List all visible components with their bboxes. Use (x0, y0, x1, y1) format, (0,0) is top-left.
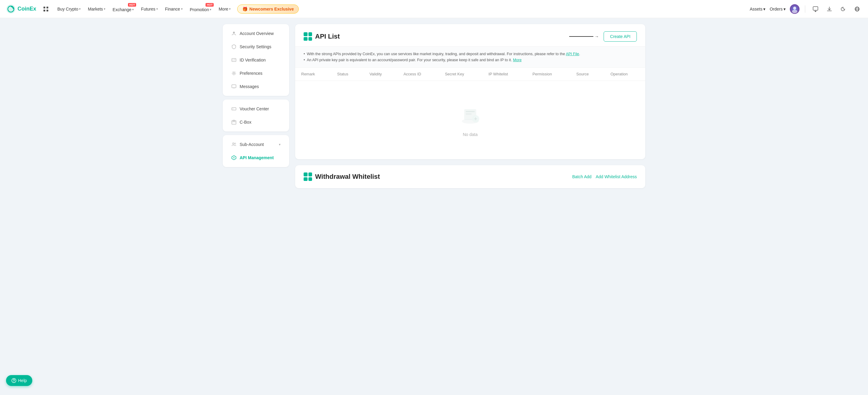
withdrawal-whitelist-header: Withdrawal Whitelist Batch Add Add White… (295, 165, 645, 188)
api-list-info: • With the strong APIs provided by CoinE… (295, 47, 645, 68)
add-whitelist-address-button[interactable]: Add Whitelist Address (596, 174, 637, 179)
assets-arrow: ▾ (763, 7, 765, 11)
api-management-icon (231, 155, 237, 160)
api-list-tbody: No data (295, 81, 645, 160)
c-box-icon (231, 120, 237, 125)
sidebar-card-tertiary: Sub-Account ▾ API Management (223, 135, 289, 167)
withdrawal-whitelist-actions: Batch Add Add Whitelist Address (572, 174, 637, 179)
nav-promotion[interactable]: HOT Promotion ▾ (187, 4, 215, 14)
bullet-1: • (304, 51, 305, 57)
nav-orders[interactable]: Orders ▾ (770, 7, 785, 11)
more-link[interactable]: More (513, 58, 522, 62)
svg-point-24 (233, 157, 235, 159)
svg-point-7 (793, 7, 796, 10)
no-data-container: No data (301, 85, 639, 155)
batch-add-button[interactable]: Batch Add (572, 174, 592, 179)
futures-arrow: ▾ (156, 7, 158, 10)
nav-markets[interactable]: Markets ▾ (85, 5, 108, 13)
user-avatar[interactable] (790, 4, 800, 14)
avatar-image (790, 4, 800, 14)
voucher-center-icon (231, 106, 237, 111)
logo-text: CoinEx (18, 6, 36, 12)
sub-account-expand-icon: ▾ (279, 143, 281, 146)
sidebar-item-c-box[interactable]: C-Box (225, 116, 287, 128)
nav-exchange[interactable]: HOT Exchange ▾ (110, 4, 137, 14)
api-list-title: API List (304, 32, 340, 41)
arrow-line-bar (569, 36, 593, 37)
help-label: Help (18, 378, 27, 383)
newcomers-exclusive-button[interactable]: 🎁 Newcomers Exclusive (237, 4, 299, 13)
voucher-center-label: Voucher Center (240, 106, 281, 111)
svg-point-31 (13, 382, 14, 382)
svg-rect-28 (466, 113, 472, 114)
info-line-1: • With the strong APIs provided by CoinE… (304, 51, 637, 57)
help-button[interactable]: Help (6, 375, 32, 386)
exchange-arrow: ▾ (132, 8, 134, 11)
sidebar: Account Overview Security Settings (223, 24, 289, 188)
svg-point-22 (235, 143, 236, 144)
grid-icon[interactable] (41, 4, 51, 14)
theme-icon[interactable] (838, 4, 848, 14)
col-permission: Permission (526, 68, 570, 81)
sidebar-card-secondary: Voucher Center C-Box (223, 99, 289, 131)
api-list-empty-row: No data (295, 81, 645, 160)
api-list-title-icon (304, 32, 312, 41)
svg-point-8 (792, 10, 797, 13)
svg-point-15 (233, 73, 235, 74)
info-line-2: • An API private key pair is equivalent … (304, 57, 637, 63)
nav-buy-crypto[interactable]: Buy Crypto ▾ (54, 5, 84, 13)
sub-account-label: Sub-Account (240, 142, 276, 147)
sidebar-item-security-settings[interactable]: Security Settings (225, 40, 287, 53)
nav-futures[interactable]: Futures ▾ (138, 5, 161, 13)
logo[interactable]: CoinEx (6, 4, 36, 14)
sidebar-item-voucher-center[interactable]: Voucher Center (225, 102, 287, 115)
col-remark: Remark (295, 68, 331, 81)
nav-assets[interactable]: Assets ▾ (750, 7, 765, 11)
arrow-line-decoration: → (569, 34, 599, 39)
sidebar-item-id-verification[interactable]: ID Verification (225, 54, 287, 66)
sidebar-item-preferences[interactable]: Preferences (225, 67, 287, 79)
nav-finance[interactable]: Finance ▾ (162, 5, 186, 13)
col-operation: Operation (604, 68, 645, 81)
account-overview-label: Account Overview (240, 31, 281, 36)
svg-rect-17 (232, 108, 236, 110)
create-api-button[interactable]: Create API (603, 31, 637, 42)
withdrawal-title-icon (304, 172, 312, 181)
svg-rect-4 (43, 10, 45, 11)
col-source: Source (570, 68, 604, 81)
api-list-section: API List → Create API • With the strong … (295, 24, 645, 159)
api-management-label: API Management (240, 155, 281, 160)
more-arrow: ▾ (229, 7, 230, 10)
withdrawal-whitelist-section: Withdrawal Whitelist Batch Add Add White… (295, 165, 645, 188)
svg-rect-9 (813, 7, 818, 10)
logo-icon (6, 4, 16, 14)
sidebar-item-sub-account[interactable]: Sub-Account ▾ (225, 138, 287, 151)
preferences-icon (231, 71, 237, 76)
main-layout: Account Overview Security Settings (217, 18, 651, 194)
svg-point-18 (233, 108, 234, 109)
preferences-label: Preferences (240, 71, 281, 76)
newcomers-label: Newcomers Exclusive (249, 7, 294, 11)
col-ip-whitelist: IP Whitelist (482, 68, 526, 81)
buy-crypto-arrow: ▾ (79, 7, 81, 10)
nav-more[interactable]: More ▾ (216, 5, 234, 13)
sidebar-item-api-management[interactable]: API Management (225, 152, 287, 164)
svg-rect-16 (232, 85, 236, 88)
globe-icon[interactable] (852, 4, 862, 14)
chat-icon[interactable] (811, 4, 820, 14)
svg-rect-27 (466, 111, 475, 112)
sidebar-item-account-overview[interactable]: Account Overview (225, 27, 287, 40)
api-file-link[interactable]: API File (566, 52, 579, 56)
content-area: API List → Create API • With the strong … (295, 24, 645, 188)
download-icon[interactable] (825, 4, 834, 14)
no-data-icon (458, 103, 482, 127)
col-status: Status (331, 68, 363, 81)
sidebar-item-messages[interactable]: Messages (225, 80, 287, 93)
id-verification-icon (231, 57, 237, 63)
col-access-id: Access ID (398, 68, 439, 81)
api-list-table: Remark Status Validity Access ID Secret … (295, 68, 645, 159)
id-verification-label: ID Verification (240, 58, 281, 62)
help-icon (11, 378, 16, 383)
bullet-2: • (304, 57, 305, 63)
messages-icon (231, 84, 237, 89)
